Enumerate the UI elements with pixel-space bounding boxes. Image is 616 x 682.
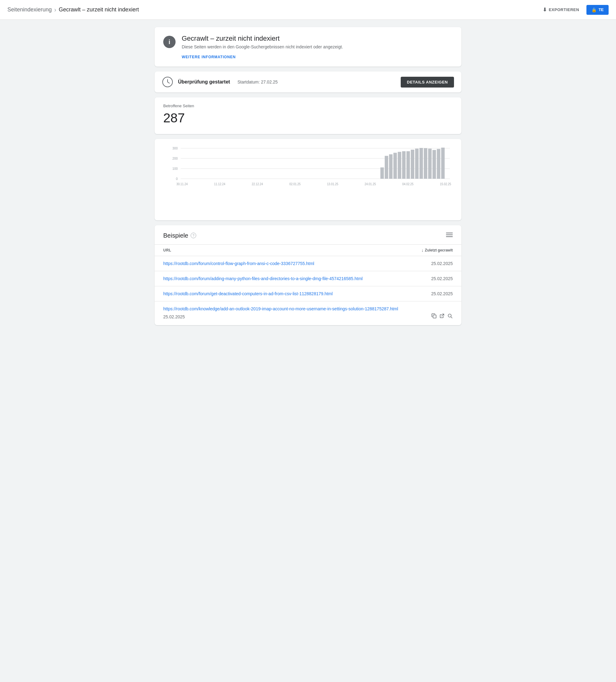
top-bar: Seitenindexierung › Gecrawlt – zurzeit n… [0, 0, 616, 20]
top-bar-actions: ⬇ EXPORTIEREN 🔒 TE [539, 4, 609, 15]
te-label: TE [598, 7, 604, 12]
svg-text:22.12.24: 22.12.24 [252, 182, 263, 186]
filter-icon[interactable] [446, 231, 453, 240]
table-row: https://rootdb.com/knowledge/add-an-outl… [155, 301, 461, 325]
svg-text:0: 0 [176, 177, 178, 181]
breadcrumb: Seitenindexierung › Gecrawlt – zurzeit n… [7, 6, 539, 13]
copy-icon[interactable] [431, 313, 437, 320]
table-row: https://rootdb.com/forum/adding-many-pyt… [155, 271, 461, 286]
svg-rect-23 [441, 147, 445, 179]
svg-text:200: 200 [172, 157, 178, 160]
examples-card: Beispiele ? URL ↓ Zuletzt gecrawlt ht [155, 225, 461, 325]
lock-icon: 🔒 [591, 7, 597, 12]
svg-text:24.01.25: 24.01.25 [365, 182, 376, 186]
examples-label: Beispiele [163, 232, 188, 239]
svg-rect-16 [411, 150, 414, 179]
search-icon[interactable] [447, 313, 453, 320]
chart-svg: 300 200 100 0 [163, 145, 453, 213]
svg-rect-11 [389, 154, 393, 179]
breadcrumb-chevron: › [54, 6, 56, 13]
info-card: i Gecrawlt – zurzeit nicht indexiert Die… [155, 27, 461, 67]
row-date: 25.02.2025 [403, 261, 453, 266]
svg-text:15.02.25: 15.02.25 [440, 182, 451, 186]
details-button[interactable]: DETAILS ANZEIGEN [401, 77, 454, 88]
svg-text:300: 300 [172, 146, 178, 150]
svg-text:02.01.25: 02.01.25 [289, 182, 301, 186]
check-label: Überprüfung gestartet [178, 79, 230, 85]
svg-rect-33 [446, 234, 453, 235]
more-info-link[interactable]: WEITERE INFORMATIONEN [182, 55, 236, 59]
row-actions [431, 313, 453, 320]
te-button[interactable]: 🔒 TE [587, 5, 609, 15]
stats-count: 287 [163, 111, 453, 126]
svg-text:30.11.24: 30.11.24 [176, 182, 188, 186]
svg-rect-15 [407, 151, 410, 179]
breadcrumb-parent[interactable]: Seitenindexierung [7, 6, 52, 13]
export-button[interactable]: ⬇ EXPORTIEREN [539, 4, 583, 15]
check-date: Startdatum: 27.02.25 [237, 79, 278, 85]
info-content: Gecrawlt – zurzeit nicht indexiert Diese… [182, 35, 343, 59]
row-date: 25.02.2025 [403, 291, 453, 296]
svg-rect-21 [432, 150, 436, 179]
svg-rect-18 [420, 148, 423, 179]
info-circle-icon: i [163, 36, 175, 48]
row-url[interactable]: https://rootdb.com/forum/adding-many-pyt… [163, 276, 403, 281]
info-title: Gecrawlt – zurzeit nicht indexiert [182, 35, 343, 43]
table-header: URL ↓ Zuletzt gecrawlt [155, 244, 461, 256]
svg-rect-10 [385, 156, 388, 179]
col-url-header: URL [163, 248, 403, 252]
svg-text:11.12.24: 11.12.24 [214, 182, 226, 186]
svg-rect-22 [437, 149, 440, 179]
svg-rect-12 [393, 153, 397, 179]
download-icon: ⬇ [543, 7, 547, 13]
external-link-icon[interactable] [439, 313, 445, 320]
svg-rect-9 [380, 167, 384, 179]
row-date: 25.02.2025 [403, 276, 453, 281]
svg-text:100: 100 [172, 167, 178, 170]
help-icon[interactable]: ? [191, 233, 196, 238]
info-description: Diese Seiten werden in den Google-Sucher… [182, 44, 343, 49]
row-url[interactable]: https://rootdb.com/forum/control-flow-gr… [163, 261, 403, 266]
svg-rect-35 [433, 315, 436, 318]
export-label: EXPORTIEREN [549, 7, 579, 12]
table-row: https://rootdb.com/forum/get-deactivated… [155, 286, 461, 301]
svg-rect-32 [446, 233, 453, 233]
row-date: 25.02.2025 [163, 314, 185, 319]
svg-text:04.02.25: 04.02.25 [402, 182, 413, 186]
stats-card: Betroffene Seiten 287 [155, 97, 461, 134]
check-card: Überprüfung gestartet Startdatum: 27.02.… [155, 71, 461, 92]
col-date-header: ↓ Zuletzt gecrawlt [403, 248, 453, 253]
svg-rect-19 [424, 148, 427, 179]
clock-icon [162, 76, 173, 88]
sort-down-icon: ↓ [421, 248, 424, 253]
table-row: https://rootdb.com/forum/control-flow-gr… [155, 256, 461, 271]
row-url[interactable]: https://rootdb.com/knowledge/add-an-outl… [163, 306, 398, 311]
svg-rect-34 [446, 236, 453, 237]
examples-header: Beispiele ? [155, 231, 461, 244]
svg-rect-17 [415, 149, 419, 179]
svg-rect-13 [398, 152, 401, 179]
check-card-left: Überprüfung gestartet Startdatum: 27.02.… [162, 76, 278, 88]
stats-label: Betroffene Seiten [163, 104, 453, 108]
svg-rect-14 [402, 151, 406, 179]
row-url[interactable]: https://rootdb.com/forum/get-deactivated… [163, 291, 403, 296]
examples-title: Beispiele ? [163, 232, 196, 239]
breadcrumb-current: Gecrawlt – zurzeit nicht indexiert [59, 6, 139, 13]
svg-rect-20 [428, 149, 431, 179]
svg-text:13.01.25: 13.01.25 [327, 182, 338, 186]
main-content: i Gecrawlt – zurzeit nicht indexiert Die… [145, 20, 471, 338]
chart-area: 300 200 100 0 [163, 145, 453, 213]
chart-card: 300 200 100 0 [155, 139, 461, 220]
